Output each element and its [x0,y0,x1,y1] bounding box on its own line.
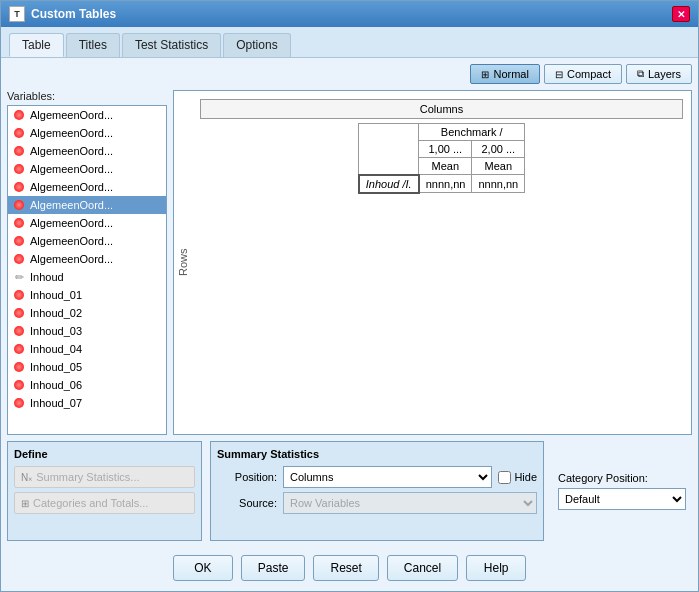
preview-container: Rows Columns Benchmark / [173,90,692,435]
window-title: Custom Tables [31,7,116,21]
layers-label: Layers [648,68,681,80]
paste-button[interactable]: Paste [241,555,306,581]
variables-list[interactable]: AlgemeenOord... AlgemeenOord... Algemeen… [7,105,167,435]
tabs-bar: Table Titles Test Statistics Options [1,27,698,57]
benchmark-header: Benchmark / [419,124,525,141]
compact-view-button[interactable]: ⊟ Compact [544,64,622,84]
position-select[interactable]: Columns Rows [283,466,492,488]
reset-button[interactable]: Reset [313,555,378,581]
preview-inner: Rows Columns Benchmark / [174,91,691,434]
ok-button[interactable]: OK [173,555,233,581]
list-item[interactable]: Inhoud_05 [8,358,166,376]
position-row: Position: Columns Rows Hide [217,466,537,488]
tab-options[interactable]: Options [223,33,290,57]
value-cell-2: nnnn,nn [472,175,525,193]
category-position-box: Category Position: Default [552,441,692,541]
variables-panel: Variables: AlgemeenOord... AlgemeenOord.… [7,90,167,435]
hide-checkbox[interactable] [498,471,511,484]
compact-label: Compact [567,68,611,80]
normal-view-button[interactable]: ⊞ Normal [470,64,539,84]
main-panel: Variables: AlgemeenOord... AlgemeenOord.… [7,90,692,435]
preview-table: Benchmark / 1,00 ... 2,00 ... Mean Mean [358,123,525,194]
source-select[interactable]: Row Variables [283,492,537,514]
list-item-inhoud[interactable]: ✏Inhoud [8,268,166,286]
columns-header: Columns [200,99,683,119]
list-item[interactable]: Inhoud_07 [8,394,166,412]
list-item[interactable]: AlgemeenOord... [8,106,166,124]
layers-icon: ⧉ [637,68,644,80]
close-button[interactable]: ✕ [672,6,690,22]
variables-label: Variables: [7,90,167,102]
summary-statistics-button[interactable]: Nₓ Summary Statistics... [14,466,195,488]
cat-pos-label: Category Position: [558,472,686,484]
define-title: Define [14,448,195,460]
bottom-panel: Define Nₓ Summary Statistics... ⊞ Catego… [7,441,692,541]
app-icon: T [9,6,25,22]
list-item[interactable]: AlgemeenOord... [8,142,166,160]
list-item[interactable]: AlgemeenOord... [8,232,166,250]
list-item[interactable]: AlgemeenOord... [8,160,166,178]
list-item[interactable]: Inhoud_04 [8,340,166,358]
col-header-1: 1,00 ... [419,141,472,158]
position-label: Position: [217,471,277,483]
summary-box: Summary Statistics Position: Columns Row… [210,441,544,541]
hide-checkbox-container: Hide [498,471,537,484]
categories-btn-label: Categories and Totals... [33,497,148,509]
main-window: T Custom Tables ✕ Table Titles Test Stat… [0,0,699,592]
source-label: Source: [217,497,277,509]
list-item-selected[interactable]: AlgemeenOord... [8,196,166,214]
col-stat-1: Mean [419,158,472,175]
summary-btn-label: Summary Statistics... [36,471,139,483]
list-item[interactable]: Inhoud_06 [8,376,166,394]
list-item[interactable]: AlgemeenOord... [8,214,166,232]
titlebar: T Custom Tables ✕ [1,1,698,27]
nx-icon: Nₓ [21,472,32,483]
value-cell-1: nnnn,nn [419,175,472,193]
tab-test-statistics[interactable]: Test Statistics [122,33,221,57]
list-item[interactable]: Inhoud_01 [8,286,166,304]
tab-titles[interactable]: Titles [66,33,120,57]
normal-icon: ⊞ [481,69,489,80]
summary-title: Summary Statistics [217,448,537,460]
list-item[interactable]: AlgemeenOord... [8,250,166,268]
hide-label: Hide [514,471,537,483]
source-row: Source: Row Variables [217,492,537,514]
titlebar-left: T Custom Tables [9,6,116,22]
preview-table-area: Columns Benchmark / 1,00 ... 2 [192,91,691,434]
layers-view-button[interactable]: ⧉ Layers [626,64,692,84]
list-item[interactable]: AlgemeenOord... [8,178,166,196]
categories-icon: ⊞ [21,498,29,509]
tab-table[interactable]: Table [9,33,64,57]
cancel-button[interactable]: Cancel [387,555,458,581]
col-header-2: 2,00 ... [472,141,525,158]
category-position-select[interactable]: Default [558,488,686,510]
rows-label: Rows [174,91,192,434]
action-buttons: OK Paste Reset Cancel Help [7,547,692,585]
categories-totals-button[interactable]: ⊞ Categories and Totals... [14,492,195,514]
list-item[interactable]: Inhoud_03 [8,322,166,340]
normal-label: Normal [493,68,528,80]
list-item[interactable]: Inhoud_02 [8,304,166,322]
content-area: ⊞ Normal ⊟ Compact ⧉ Layers Variables: A… [1,57,698,591]
help-button[interactable]: Help [466,555,526,581]
list-item[interactable]: AlgemeenOord... [8,124,166,142]
view-toolbar: ⊞ Normal ⊟ Compact ⧉ Layers [7,64,692,84]
row-variable-cell: Inhoud /I. [359,175,419,193]
preview-panel: Rows Columns Benchmark / [173,90,692,435]
define-box: Define Nₓ Summary Statistics... ⊞ Catego… [7,441,202,541]
col-stat-2: Mean [472,158,525,175]
compact-icon: ⊟ [555,69,563,80]
